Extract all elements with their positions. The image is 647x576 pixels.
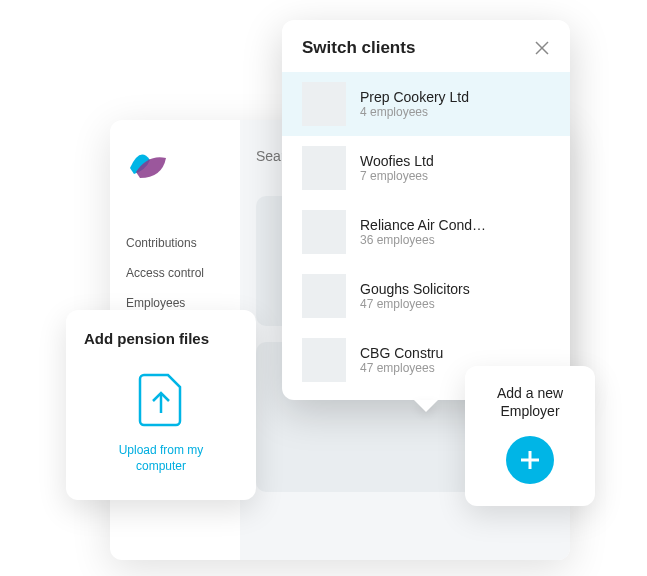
- switch-clients-popover: Switch clients Prep Cookery Ltd 4 employ…: [282, 20, 570, 400]
- pension-card-title: Add pension files: [84, 330, 238, 347]
- client-thumbnail: [302, 82, 346, 126]
- switch-clients-header: Switch clients: [282, 20, 570, 72]
- sidebar-item-access-control[interactable]: Access control: [126, 266, 224, 280]
- client-name: Reliance Air Cond…: [360, 217, 486, 233]
- client-subtext: 4 employees: [360, 105, 469, 119]
- client-subtext: 36 employees: [360, 233, 486, 247]
- plus-icon: [519, 449, 541, 471]
- client-name: Prep Cookery Ltd: [360, 89, 469, 105]
- upload-label: Upload from my computer: [101, 443, 221, 474]
- client-item[interactable]: Woofies Ltd 7 employees: [282, 136, 570, 200]
- client-subtext: 47 employees: [360, 297, 470, 311]
- switch-clients-title: Switch clients: [302, 38, 415, 58]
- upload-button[interactable]: Upload from my computer: [84, 373, 238, 474]
- close-icon: [534, 40, 550, 56]
- upload-file-icon: [138, 373, 184, 427]
- client-item[interactable]: Goughs Solicitors 47 employees: [282, 264, 570, 328]
- client-thumbnail: [302, 210, 346, 254]
- add-pension-files-card: Add pension files Upload from my compute…: [66, 310, 256, 500]
- popover-pointer-icon: [414, 400, 438, 412]
- client-item[interactable]: Reliance Air Cond… 36 employees: [282, 200, 570, 264]
- client-name: Woofies Ltd: [360, 153, 434, 169]
- add-employer-title: Add a new Employer: [479, 384, 581, 420]
- sidebar-item-contributions[interactable]: Contributions: [126, 236, 224, 250]
- client-item[interactable]: Prep Cookery Ltd 4 employees: [282, 72, 570, 136]
- client-thumbnail: [302, 274, 346, 318]
- close-button[interactable]: [534, 40, 550, 56]
- add-employer-button[interactable]: [506, 436, 554, 484]
- client-thumbnail: [302, 146, 346, 190]
- app-logo-icon: [126, 142, 170, 186]
- client-subtext: 47 employees: [360, 361, 443, 375]
- client-name: Goughs Solicitors: [360, 281, 470, 297]
- client-thumbnail: [302, 338, 346, 382]
- client-subtext: 7 employees: [360, 169, 434, 183]
- client-name: CBG Constru: [360, 345, 443, 361]
- add-employer-card: Add a new Employer: [465, 366, 595, 506]
- client-list: Prep Cookery Ltd 4 employees Woofies Ltd…: [282, 72, 570, 392]
- sidebar-item-employees[interactable]: Employees: [126, 296, 224, 310]
